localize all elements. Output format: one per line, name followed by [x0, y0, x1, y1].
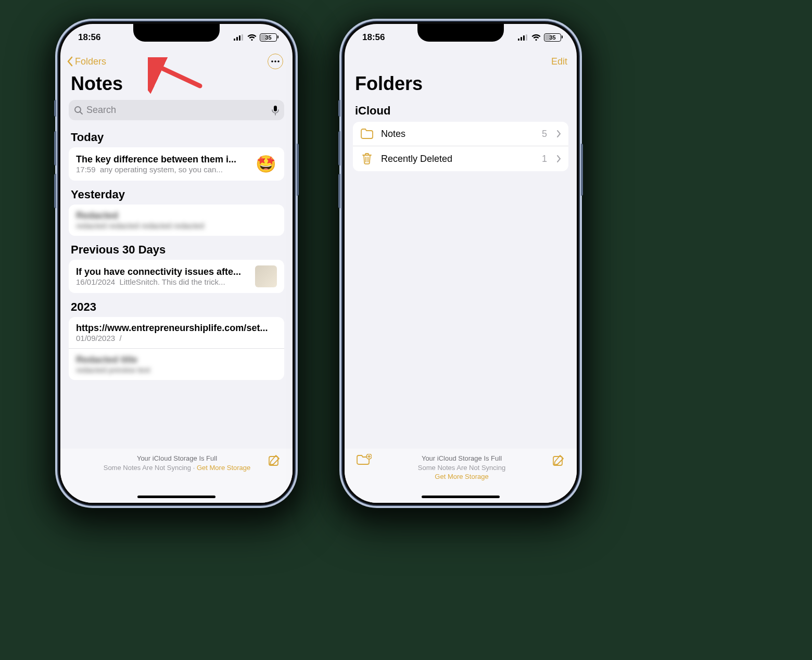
group-header-icloud: iCloud — [345, 100, 577, 122]
svg-rect-2 — [239, 35, 240, 41]
bottom-toolbar: Your iCloud Storage Is Full Some Notes A… — [60, 449, 293, 503]
note-title: The key difference between them i... — [76, 154, 249, 165]
chevron-right-icon — [556, 130, 561, 138]
search-field[interactable]: Search — [69, 100, 284, 120]
chevron-right-icon — [556, 155, 561, 163]
chevron-left-icon — [67, 56, 74, 67]
note-title: If you have connectivity issues afte... — [76, 266, 249, 277]
note-row[interactable]: The key difference between them i... 17:… — [69, 147, 284, 181]
search-icon — [74, 106, 83, 115]
folder-icon — [360, 128, 374, 139]
get-more-storage-link[interactable]: Get More Storage — [197, 464, 250, 472]
note-row[interactable]: If you have connectivity issues afte... … — [69, 260, 284, 293]
svg-rect-9 — [274, 106, 277, 111]
note-subtitle: 17:59 any operating system, so you can..… — [76, 165, 249, 174]
page-title: Notes — [60, 71, 293, 100]
star-struck-emoji-icon: 🤩 — [255, 153, 277, 175]
section-header-yesterday: Yesterday — [60, 181, 293, 205]
compose-icon — [268, 454, 281, 467]
home-indicator[interactable] — [422, 496, 500, 498]
svg-rect-14 — [523, 35, 525, 41]
compose-icon — [552, 454, 565, 467]
svg-rect-13 — [521, 37, 522, 41]
compose-button[interactable] — [268, 454, 281, 469]
get-more-storage-link[interactable]: Get More Storage — [435, 473, 488, 480]
wifi-icon — [531, 34, 541, 41]
storage-footer: Your iCloud Storage Is Full Some Notes A… — [372, 454, 552, 481]
note-thumbnail-icon — [255, 265, 277, 287]
search-placeholder: Search — [86, 105, 269, 116]
svg-line-8 — [80, 112, 82, 114]
back-label: Folders — [75, 56, 106, 67]
more-options-button[interactable] — [268, 54, 283, 69]
notch — [417, 24, 504, 42]
page-title: Folders — [345, 71, 577, 100]
new-folder-button[interactable] — [356, 454, 372, 468]
back-folders-button[interactable]: Folders — [67, 56, 106, 67]
svg-point-4 — [271, 60, 273, 62]
battery-icon: 35 — [260, 33, 277, 42]
ellipsis-icon — [271, 60, 280, 62]
folder-count: 5 — [542, 129, 547, 139]
note-row[interactable]: Redacted title redacted preview text — [69, 348, 284, 380]
svg-rect-12 — [518, 39, 519, 41]
phone-folders: 18:56 35 Edit Folders iCloud — [342, 22, 579, 505]
folder-label: Notes — [381, 129, 535, 139]
svg-rect-1 — [236, 37, 238, 41]
new-folder-icon — [356, 454, 372, 466]
svg-rect-15 — [526, 34, 527, 41]
dictate-icon[interactable] — [272, 105, 279, 116]
signal-icon — [518, 34, 528, 41]
section-header-2023: 2023 — [60, 293, 293, 317]
wifi-icon — [247, 34, 257, 41]
edit-button[interactable]: Edit — [551, 56, 567, 67]
svg-point-5 — [274, 60, 276, 62]
phone-notes-list: 18:56 35 Folders — [58, 22, 295, 505]
svg-rect-3 — [242, 34, 243, 41]
folder-label: Recently Deleted — [381, 154, 535, 164]
svg-rect-0 — [234, 39, 235, 41]
note-title: Redacted title — [76, 354, 277, 365]
trash-icon — [360, 153, 374, 165]
bottom-toolbar: Your iCloud Storage Is Full Some Notes A… — [345, 449, 577, 503]
note-subtitle: 16/01/2024 LittleSnitch. This did the tr… — [76, 277, 249, 286]
notch — [133, 24, 220, 42]
note-subtitle: redacted preview text — [76, 365, 277, 374]
status-time: 18:56 — [78, 32, 100, 43]
note-title: Redacted — [76, 210, 277, 221]
section-header-today: Today — [60, 123, 293, 147]
battery-icon: 35 — [544, 33, 561, 42]
folder-row-notes[interactable]: Notes 5 — [353, 122, 568, 146]
storage-footer: Your iCloud Storage Is Full Some Notes A… — [86, 454, 268, 472]
signal-icon — [234, 34, 244, 41]
note-title: https://www.entrepreneurshiplife.com/set… — [76, 323, 277, 334]
section-header-prev30: Previous 30 Days — [60, 236, 293, 260]
folder-row-recently-deleted[interactable]: Recently Deleted 1 — [353, 146, 568, 171]
svg-point-6 — [277, 60, 280, 62]
folder-count: 1 — [542, 154, 547, 164]
status-time: 18:56 — [362, 32, 385, 43]
note-row[interactable]: https://www.entrepreneurshiplife.com/set… — [69, 317, 284, 348]
note-subtitle: 01/09/2023 / — [76, 334, 277, 342]
home-indicator[interactable] — [137, 496, 215, 498]
compose-button[interactable] — [552, 454, 565, 469]
note-row[interactable]: Redacted redacted redacted redacted reda… — [69, 205, 284, 236]
note-subtitle: redacted redacted redacted redacted — [76, 221, 277, 230]
